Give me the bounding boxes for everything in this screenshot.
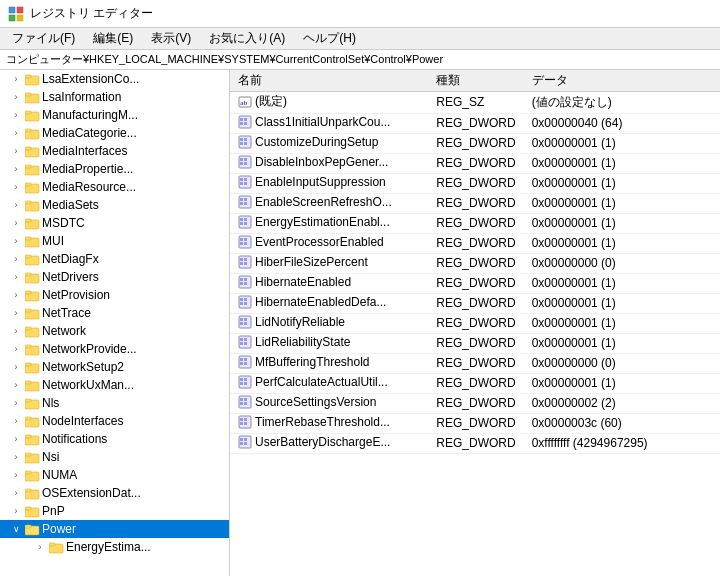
svg-rect-94 — [244, 242, 247, 245]
tree-item-media-categories[interactable]: › MediaCategorie... — [0, 124, 229, 142]
table-row[interactable]: ab(既定)REG_SZ(値の設定なし) — [230, 92, 720, 114]
tree-item-lsa-extension[interactable]: › LsaExtensionCo... — [0, 70, 229, 88]
svg-rect-71 — [240, 158, 243, 161]
svg-rect-17 — [25, 183, 31, 186]
table-row[interactable]: HibernateEnabledREG_DWORD0x00000001 (1) — [230, 273, 720, 293]
tree-item-lsa-information[interactable]: › LsaInformation — [0, 88, 229, 106]
registry-table: 名前 種類 データ ab(既定)REG_SZ(値の設定なし)Class1Init… — [230, 70, 720, 454]
tree-item-network-setup2[interactable]: › NetworkSetup2 — [0, 358, 229, 376]
reg-entry-type: REG_SZ — [428, 92, 523, 114]
table-row[interactable]: UserBatteryDischargeE...REG_DWORD0xfffff… — [230, 433, 720, 453]
file-menu[interactable]: ファイル(F) — [4, 28, 83, 49]
tree-item-notifications[interactable]: › Notifications — [0, 430, 229, 448]
tree-item-media-properties[interactable]: › MediaPropertie... — [0, 160, 229, 178]
address-bar[interactable]: コンピューター¥HKEY_LOCAL_MACHINE¥SYSTEM¥Curren… — [0, 50, 720, 70]
folder-icon — [24, 396, 40, 410]
tree-item-msdtc[interactable]: › MSDTC — [0, 214, 229, 232]
folder-icon — [24, 324, 40, 338]
expand-arrow: › — [8, 215, 24, 231]
reg-entry-name: EnableInputSuppression — [230, 173, 428, 193]
table-row[interactable]: EnableInputSuppressionREG_DWORD0x0000000… — [230, 173, 720, 193]
tree-item-media-resources[interactable]: › MediaResource... — [0, 178, 229, 196]
table-row[interactable]: LidReliabilityStateREG_DWORD0x00000001 (… — [230, 333, 720, 353]
table-row[interactable]: Class1InitialUnparkCou...REG_DWORD0x0000… — [230, 113, 720, 133]
svg-rect-87 — [240, 222, 243, 225]
tree-item-manufacturing[interactable]: › ManufacturingM... — [0, 106, 229, 124]
svg-rect-55 — [25, 525, 31, 528]
tree-item-power[interactable]: ∨ Power — [0, 520, 229, 538]
tree-item-network-provider[interactable]: › NetworkProvide... — [0, 340, 229, 358]
folder-icon — [24, 468, 40, 482]
tree-item-network[interactable]: › Network — [0, 322, 229, 340]
svg-rect-25 — [25, 255, 31, 258]
reg-name-text: MfBufferingThreshold — [255, 355, 370, 369]
reg-entry-type: REG_DWORD — [428, 413, 523, 433]
reg-entry-type: REG_DWORD — [428, 233, 523, 253]
tree-item-nettrace[interactable]: › NetTrace — [0, 304, 229, 322]
edit-menu[interactable]: 編集(E) — [85, 28, 141, 49]
tree-item-mui[interactable]: › MUI — [0, 232, 229, 250]
tree-item-network-ux[interactable]: › NetworkUxMan... — [0, 376, 229, 394]
view-menu[interactable]: 表示(V) — [143, 28, 199, 49]
table-row[interactable]: EnergyEstimationEnabl...REG_DWORD0x00000… — [230, 213, 720, 233]
svg-rect-113 — [244, 318, 247, 321]
svg-rect-102 — [240, 282, 243, 285]
sidebar[interactable]: › LsaExtensionCo... › LsaInformation › M… — [0, 70, 230, 576]
reg-name-text: SourceSettingsVersion — [255, 395, 376, 409]
table-row[interactable]: TimerRebaseThreshold...REG_DWORD0x000000… — [230, 413, 720, 433]
svg-rect-21 — [25, 219, 31, 222]
col-header-name: 名前 — [230, 70, 428, 92]
reg-entry-data: 0x0000003c (60) — [524, 413, 720, 433]
tree-label: NodeInterfaces — [42, 414, 123, 428]
app-icon — [8, 6, 24, 22]
expand-arrow: › — [8, 143, 24, 159]
tree-item-netdrivers[interactable]: › NetDrivers — [0, 268, 229, 286]
table-row[interactable]: MfBufferingThresholdREG_DWORD0x00000000 … — [230, 353, 720, 373]
table-row[interactable]: HiberFileSizePercentREG_DWORD0x00000000 … — [230, 253, 720, 273]
tree-item-node-interfaces[interactable]: › NodeInterfaces — [0, 412, 229, 430]
svg-rect-93 — [244, 238, 247, 241]
tree-item-nls[interactable]: › Nls — [0, 394, 229, 412]
folder-icon — [24, 90, 40, 104]
table-row[interactable]: DisableInboxPepGener...REG_DWORD0x000000… — [230, 153, 720, 173]
tree-item-os-extension[interactable]: › OSExtensionDat... — [0, 484, 229, 502]
table-row[interactable]: EnableScreenRefreshO...REG_DWORD0x000000… — [230, 193, 720, 213]
folder-icon — [24, 522, 40, 536]
tree-item-energy-estima[interactable]: › EnergyEstima... — [0, 538, 229, 556]
tree-item-pnp[interactable]: › PnP — [0, 502, 229, 520]
tree-label: ManufacturingM... — [42, 108, 138, 122]
table-row[interactable]: HibernateEnabledDefa...REG_DWORD0x000000… — [230, 293, 720, 313]
reg-entry-data: 0x00000002 (2) — [524, 393, 720, 413]
tree-item-media-interfaces[interactable]: › MediaInterfaces — [0, 142, 229, 160]
help-menu[interactable]: ヘルプ(H) — [295, 28, 364, 49]
tree-item-netdiagfx[interactable]: › NetDiagFx — [0, 250, 229, 268]
table-row[interactable]: EventProcessorEnabledREG_DWORD0x00000001… — [230, 233, 720, 253]
table-row[interactable]: PerfCalculateActualUtil...REG_DWORD0x000… — [230, 373, 720, 393]
folder-icon — [24, 252, 40, 266]
reg-entry-name: UserBatteryDischargeE... — [230, 433, 428, 453]
folder-icon — [24, 432, 40, 446]
svg-rect-77 — [240, 182, 243, 185]
svg-rect-119 — [244, 342, 247, 345]
svg-rect-1 — [17, 7, 23, 13]
favorites-menu[interactable]: お気に入り(A) — [201, 28, 293, 49]
table-row[interactable]: LidNotifyReliableREG_DWORD0x00000001 (1) — [230, 313, 720, 333]
svg-rect-82 — [240, 202, 243, 205]
tree-label: MediaInterfaces — [42, 144, 127, 158]
dword-icon: SourceSettingsVersion — [238, 395, 376, 409]
tree-item-media-sets[interactable]: › MediaSets — [0, 196, 229, 214]
tree-item-nsi[interactable]: › Nsi — [0, 448, 229, 466]
svg-rect-127 — [240, 382, 243, 385]
table-row[interactable]: CustomizeDuringSetupREG_DWORD0x00000001 … — [230, 133, 720, 153]
table-row[interactable]: SourceSettingsVersionREG_DWORD0x00000002… — [230, 393, 720, 413]
tree-label: LsaExtensionCo... — [42, 72, 139, 86]
reg-name-text: HibernateEnabledDefa... — [255, 295, 386, 309]
svg-rect-61 — [240, 118, 243, 121]
folder-icon — [24, 216, 40, 230]
tree-item-netprovision[interactable]: › NetProvision — [0, 286, 229, 304]
tree-item-numa[interactable]: › NUMA — [0, 466, 229, 484]
reg-entry-type: REG_DWORD — [428, 133, 523, 153]
svg-rect-104 — [244, 282, 247, 285]
reg-entry-data: 0x00000001 (1) — [524, 213, 720, 233]
svg-rect-29 — [25, 291, 31, 294]
